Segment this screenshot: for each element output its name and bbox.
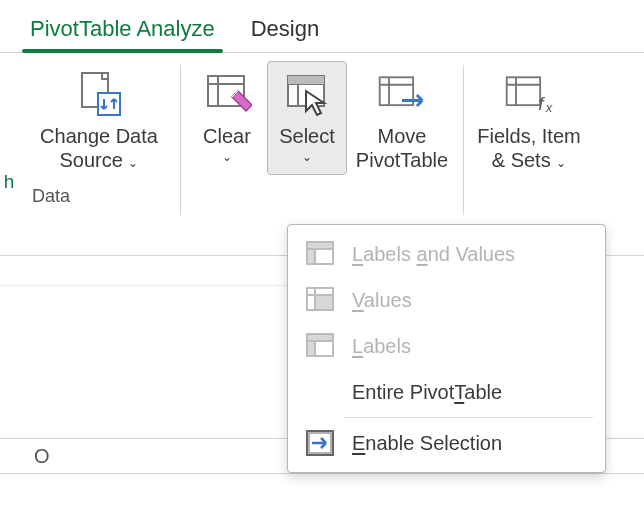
clear-icon	[201, 68, 253, 120]
svg-rect-20	[308, 243, 332, 248]
select-label: Select	[279, 124, 335, 148]
select-dropdown-menu: Labels and Values Values Labels Entire P…	[287, 224, 606, 473]
menu-separator	[344, 417, 593, 418]
refresh-button-partial[interactable]: h	[0, 61, 18, 251]
tab-pivottable-analyze[interactable]: PivotTable Analyze	[12, 8, 233, 52]
group-actions: Clear ⌄ Select ⌄	[185, 61, 459, 251]
column-header-o[interactable]: O	[0, 445, 50, 468]
blank-icon	[306, 379, 336, 405]
table-icon	[306, 287, 336, 313]
move-pivottable-icon	[376, 68, 428, 120]
table-icon	[306, 333, 336, 359]
menu-item-label: Entire PivotTable	[352, 381, 587, 404]
change-data-source-label: Change Data Source ⌄	[40, 124, 158, 175]
group-separator	[463, 65, 464, 215]
svg-rect-29	[308, 335, 332, 340]
chevron-down-icon: ⌄	[556, 156, 566, 170]
ribbon-tabs: PivotTable Analyze Design	[0, 0, 644, 53]
select-icon	[281, 68, 333, 120]
menu-enable-selection[interactable]: Enable Selection	[288, 420, 605, 466]
chevron-down-icon: ⌄	[222, 150, 232, 164]
svg-rect-12	[507, 77, 540, 105]
move-pivottable-label: Move PivotTable	[356, 124, 448, 172]
menu-values: Values	[288, 277, 605, 323]
svg-text:x: x	[545, 100, 553, 115]
menu-labels: Labels	[288, 323, 605, 369]
fields-items-sets-label: Fields, Item & Sets ⌄	[477, 124, 580, 175]
change-data-source-icon	[73, 68, 125, 120]
move-pivottable-button[interactable]: Move PivotTable	[347, 61, 457, 175]
menu-item-label: Values	[352, 289, 587, 312]
group-calculations-partial: f x Fields, Item & Sets ⌄	[468, 61, 590, 251]
menu-entire-pivottable[interactable]: Entire PivotTable	[288, 369, 605, 415]
svg-text:f: f	[538, 93, 545, 114]
chevron-down-icon: ⌄	[302, 150, 312, 164]
select-button[interactable]: Select ⌄	[267, 61, 347, 175]
svg-rect-21	[308, 250, 314, 263]
worksheet-grid-area[interactable]	[0, 285, 287, 287]
group-label-data: Data	[24, 184, 78, 209]
svg-rect-1	[98, 93, 120, 115]
fields-items-sets-icon: f x	[503, 68, 555, 120]
group-data: Change Data Source ⌄ Data	[18, 61, 176, 251]
enable-selection-icon	[306, 430, 336, 456]
chevron-down-icon: ⌄	[128, 156, 138, 170]
svg-rect-30	[308, 342, 314, 355]
group-separator	[180, 65, 181, 215]
menu-labels-and-values: Labels and Values	[288, 231, 605, 277]
fields-items-sets-button[interactable]: f x Fields, Item & Sets ⌄	[470, 61, 588, 178]
table-icon	[306, 241, 336, 267]
tab-design[interactable]: Design	[233, 8, 337, 52]
clear-button[interactable]: Clear ⌄	[187, 61, 267, 175]
clear-label: Clear	[203, 124, 251, 148]
change-data-source-button[interactable]: Change Data Source ⌄	[24, 61, 174, 178]
svg-rect-25	[316, 296, 332, 309]
svg-rect-8	[288, 76, 324, 84]
menu-item-label: Labels and Values	[352, 243, 587, 266]
menu-item-label: Labels	[352, 335, 587, 358]
menu-item-label: Enable Selection	[352, 432, 587, 455]
